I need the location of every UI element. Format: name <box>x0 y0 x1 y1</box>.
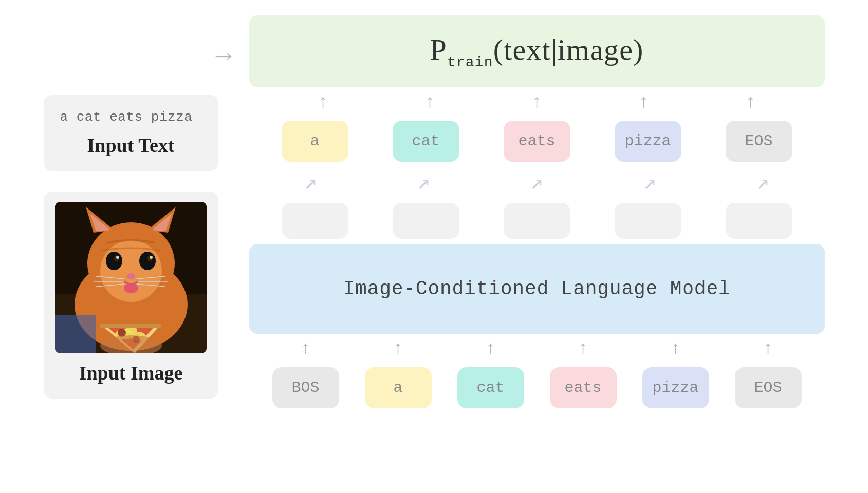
model-box: Image-Conditioned Language Model <box>249 244 825 334</box>
arrow-up-4: ↑ <box>638 93 650 112</box>
token-bos: BOS <box>272 367 339 408</box>
diagonal-arrows-row: ↗ ↗ ↗ ↗ ↗ <box>249 164 825 200</box>
diag-arrow-5: ↗ <box>756 169 769 196</box>
diag-arrow-1: ↗ <box>304 169 317 196</box>
svg-rect-32 <box>55 315 96 353</box>
svg-point-16 <box>124 283 138 293</box>
svg-point-13 <box>116 256 119 259</box>
token-bos-label: BOS <box>291 379 319 396</box>
token-eos-top-label: EOS <box>745 132 772 150</box>
input-text-label: Input Text <box>60 134 202 157</box>
arrows-up-from-bottom: ↑ ↑ ↑ ↑ ↑ ↑ <box>249 334 825 365</box>
token-eats-top: eats <box>504 121 570 162</box>
token-pizza-top-label: pizza <box>624 132 671 150</box>
gray-token-3 <box>504 203 570 239</box>
arrow-up-bot-5: ↑ <box>670 340 681 358</box>
diag-arrow-3: ↗ <box>530 169 543 196</box>
left-panel: a cat eats pizza Input Text <box>44 95 218 399</box>
arrow-up-3: ↑ <box>531 93 543 112</box>
svg-point-10 <box>139 252 156 270</box>
cat-image <box>55 202 207 353</box>
token-a-bot: a <box>365 367 432 408</box>
token-eos-bot-label: EOS <box>754 379 782 396</box>
svg-point-9 <box>106 252 122 270</box>
probability-box: Ptrain(text|image) <box>249 15 825 87</box>
input-image-label: Input Image <box>79 362 183 384</box>
gray-token-1 <box>282 203 348 239</box>
gray-token-5 <box>726 203 792 239</box>
arrow-up-2: ↑ <box>424 93 436 112</box>
main-container: a cat eats pizza Input Text <box>23 15 845 478</box>
svg-point-15 <box>127 273 135 279</box>
prob-formula: Ptrain(text|image) <box>430 32 643 70</box>
token-a-top: a <box>282 121 348 162</box>
arrow-up-bot-4: ↑ <box>578 340 589 358</box>
arrow-up-bot-2: ↑ <box>393 340 404 358</box>
arrows-up-to-prob: ↑ ↑ ↑ ↑ ↑ <box>249 87 825 118</box>
token-cat-top-label: cat <box>412 132 439 150</box>
arrow-up-bot-3: ↑ <box>485 340 496 358</box>
arrow-up-bot-1: ↑ <box>300 340 311 358</box>
token-eos-top: EOS <box>726 121 792 162</box>
diag-arrow-4: ↗ <box>643 169 656 196</box>
token-pizza-top: pizza <box>615 121 681 162</box>
token-pizza-bot-label: pizza <box>652 379 698 396</box>
token-a-top-label: a <box>310 132 319 150</box>
token-eats-top-label: eats <box>518 132 555 150</box>
token-a-bot-label: a <box>393 379 402 396</box>
diag-arrow-2: ↗ <box>417 169 430 196</box>
input-text-box: a cat eats pizza Input Text <box>44 95 218 171</box>
text-caption: a cat eats pizza <box>60 109 202 125</box>
token-cat-top: cat <box>393 121 459 162</box>
input-image-box: Input Image <box>44 192 218 399</box>
model-label: Image-Conditioned Language Model <box>343 278 730 300</box>
token-eos-bot: EOS <box>735 367 802 408</box>
token-cat-bot: cat <box>457 367 524 408</box>
svg-point-28 <box>125 327 137 334</box>
svg-rect-31 <box>100 324 161 328</box>
gray-token-row <box>249 200 825 241</box>
arrow-up-bot-6: ↑ <box>763 340 774 358</box>
gray-token-4 <box>615 203 681 239</box>
right-panel: → Ptrain(text|image) ↑ ↑ ↑ ↑ ↑ a cat eat… <box>249 15 825 478</box>
image-to-model-arrow: → <box>216 0 232 288</box>
token-eats-bot: eats <box>550 367 617 408</box>
gray-token-2 <box>393 203 459 239</box>
arrow-up-1: ↑ <box>318 93 329 112</box>
output-token-row: a cat eats pizza EOS <box>249 118 825 164</box>
bottom-token-row: BOS a cat eats pizza EOS <box>249 365 825 411</box>
arrow-up-5: ↑ <box>745 93 756 112</box>
token-pizza-bot: pizza <box>642 367 709 408</box>
svg-point-14 <box>150 256 153 259</box>
prob-subscript: train <box>447 54 493 70</box>
token-cat-bot-label: cat <box>476 379 504 396</box>
token-eats-bot-label: eats <box>564 379 601 396</box>
